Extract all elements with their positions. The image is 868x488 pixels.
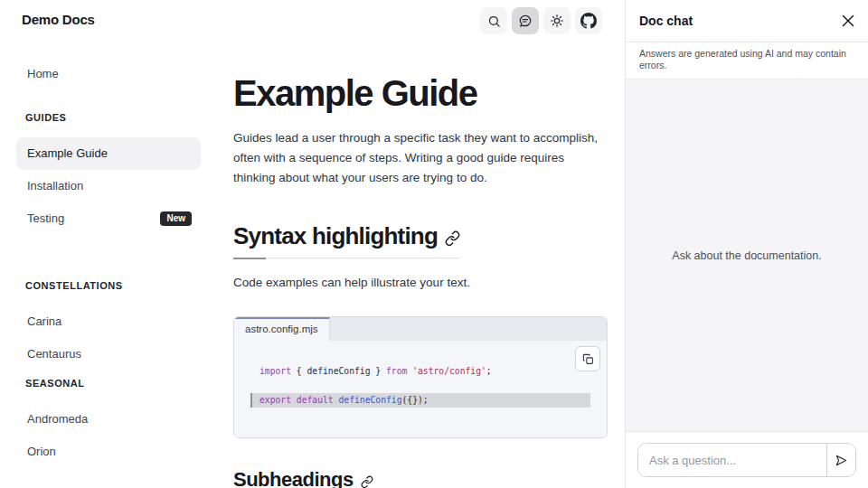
close-icon <box>842 14 854 27</box>
section-heading-wrap: Syntax highlighting <box>233 222 460 258</box>
heading-anchor-link-icon[interactable] <box>445 230 460 246</box>
sidebar-item-label: Orion <box>27 444 56 460</box>
chat-footer <box>626 431 868 488</box>
chat-input-container <box>637 443 856 477</box>
chat-panel-title: Doc chat <box>639 14 693 28</box>
syntax-paragraph: Code examples can help illustrate your t… <box>233 273 608 293</box>
subheadings-heading: Subheadings <box>233 468 608 488</box>
copy-icon <box>582 353 594 365</box>
copy-code-button[interactable] <box>575 346 600 371</box>
heading-anchor-link-icon[interactable] <box>361 475 373 488</box>
sidebar-group-constellations: CONSTELLATIONS <box>16 280 201 291</box>
sidebar-item-label: Home <box>27 66 59 82</box>
chat-message-area: Ask about the documentation. <box>626 80 868 431</box>
header-toolbar <box>480 7 602 34</box>
code-blank-line <box>250 379 590 393</box>
doc-chat-toggle-button[interactable] <box>512 7 539 34</box>
close-chat-button[interactable] <box>842 14 854 27</box>
chat-empty-state-text: Ask about the documentation. <box>672 249 821 262</box>
send-icon <box>835 454 848 467</box>
code-block: astro.config.mjs import { defineConfig }… <box>233 316 608 438</box>
sidebar-item-orion[interactable]: Orion <box>16 436 201 468</box>
sidebar-item-installation[interactable]: Installation <box>16 170 201 202</box>
github-button[interactable] <box>575 7 602 34</box>
sun-icon <box>550 14 564 28</box>
sidebar-group-seasonal: SEASONAL <box>16 378 201 389</box>
sidebar-item-testing[interactable]: Testing New <box>16 202 201 235</box>
new-badge: New <box>160 211 192 226</box>
send-button[interactable] <box>826 444 855 476</box>
doc-chat-panel: Doc chat Answers are generated using AI … <box>625 0 868 488</box>
syntax-highlighting-heading: Syntax highlighting <box>233 222 438 249</box>
sidebar: Demo Docs Home GUIDES Example Guide Inst… <box>0 0 233 488</box>
search-button[interactable] <box>480 7 507 34</box>
sidebar-item-label: Testing <box>27 211 64 227</box>
sidebar-item-home[interactable]: Home <box>16 58 201 90</box>
sidebar-item-label: Carina <box>27 314 61 330</box>
chat-header: Doc chat <box>626 0 868 42</box>
ai-disclaimer: Answers are generated using AI and may c… <box>626 42 868 80</box>
sidebar-item-label: Example Guide <box>27 145 108 162</box>
code-line-1: import { defineConfig } from 'astro/conf… <box>250 364 590 379</box>
sidebar-nav: Home GUIDES Example Guide Installation T… <box>16 58 201 468</box>
main-content: Example Guide Guides lead a user through… <box>233 0 625 488</box>
theme-toggle-button[interactable] <box>543 7 571 34</box>
chat-bubble-icon <box>518 14 533 28</box>
sidebar-item-label: Centaurus <box>27 346 81 362</box>
github-icon <box>580 13 597 29</box>
chat-question-input[interactable] <box>638 444 826 476</box>
sidebar-item-example-guide[interactable]: Example Guide <box>16 137 201 170</box>
search-icon <box>487 14 501 28</box>
intro-paragraph: Guides lead a user through a specific ta… <box>233 128 608 188</box>
code-tab-filename[interactable]: astro.config.mjs <box>234 317 330 341</box>
site-title: Demo Docs <box>16 12 201 27</box>
app-window: Demo Docs Home GUIDES Example Guide Inst… <box>0 0 868 488</box>
sidebar-item-label: Installation <box>27 178 83 194</box>
sidebar-item-label: Andromeda <box>27 411 88 427</box>
code-panel: import { defineConfig } from 'astro/conf… <box>234 341 607 437</box>
sidebar-group-guides: GUIDES <box>16 112 201 123</box>
sidebar-item-andromeda[interactable]: Andromeda <box>16 403 201 436</box>
sidebar-item-carina[interactable]: Carina <box>16 305 201 338</box>
code-line-2-highlighted: export default defineConfig({}); <box>250 393 590 408</box>
code-tab-bar: astro.config.mjs <box>234 317 607 341</box>
sidebar-item-centaurus[interactable]: Centaurus <box>16 338 201 371</box>
page-title: Example Guide <box>233 72 608 114</box>
article: Example Guide Guides lead a user through… <box>233 0 608 488</box>
